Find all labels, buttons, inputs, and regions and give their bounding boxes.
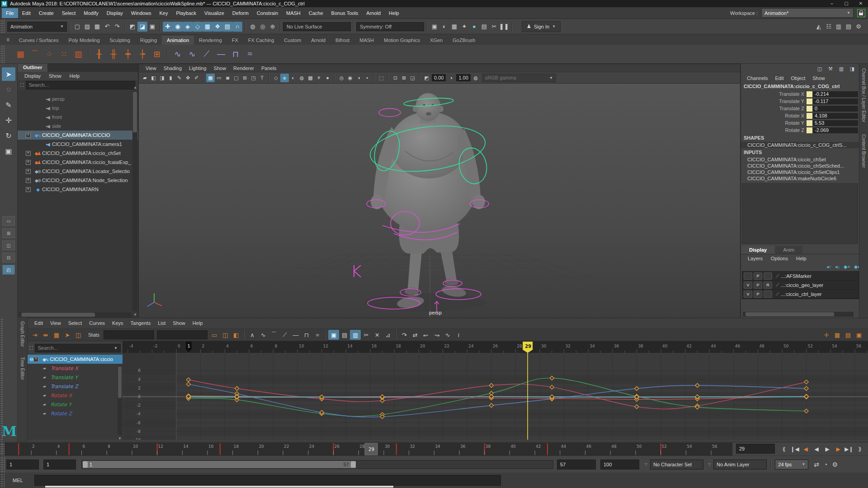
drag-grip[interactable] [0, 473, 5, 488]
xray-icon[interactable]: ⊡ [391, 74, 400, 82]
shelf-tab-curves-surfaces[interactable]: Curves / Surfaces [14, 36, 63, 45]
snap-curve-icon[interactable]: ◉ [173, 22, 183, 32]
layer-menu-options[interactable]: Options [768, 255, 791, 262]
filter-icon[interactable]: ⛶ [29, 345, 33, 351]
layer-reference-toggle[interactable] [764, 272, 772, 280]
symmetry-field[interactable]: Symmetry: Off [356, 22, 424, 31]
step-forward-key-button[interactable]: ▶ [833, 444, 844, 454]
layer-playback-toggle[interactable]: P [754, 291, 762, 298]
graph-tree-scrollbar[interactable] [118, 366, 122, 435]
menu-select[interactable]: Select [58, 8, 80, 18]
layout-two-pane-stacked[interactable]: ⊟ [2, 253, 15, 263]
post-infinity-icon[interactable]: ↝ [431, 330, 442, 340]
outliner-item-ciccio-camminatarn[interactable]: +◆CICCIO_CAMMINATARN [18, 185, 138, 194]
layer-row-ciccio-ctrl-layer[interactable]: VP⟋...:ciccio_ctrl_layer [742, 290, 859, 299]
move-layer-down-icon[interactable]: ◂↓ [835, 264, 840, 270]
selection-mask-dropdown[interactable]: Animation▼ [7, 22, 67, 32]
move-layer-up-icon[interactable]: ◂↑ [826, 264, 831, 270]
channel-box-toggle-icon[interactable]: ▥ [834, 22, 844, 32]
select-component-icon[interactable]: ▣ [147, 22, 157, 32]
collapse-icon[interactable]: ⊖ [29, 357, 33, 362]
shelf-tab-rigging[interactable]: Rigging [135, 36, 162, 45]
graph-menu-select[interactable]: Select [65, 320, 85, 326]
viewport-menu-renderer[interactable]: Renderer [230, 65, 257, 71]
graph-menu-show[interactable]: Show [170, 320, 189, 326]
layer-reference-toggle[interactable] [764, 291, 772, 298]
channel-row-translate-x[interactable]: Translate X-0.214 [741, 90, 868, 98]
expand-icon[interactable]: + [26, 160, 31, 165]
lock-camera-icon[interactable]: ◧ [149, 74, 158, 82]
ambient-occlusion-icon[interactable]: ☀ [315, 74, 323, 82]
graph-menu-list[interactable]: List [155, 320, 169, 326]
layer-row-afsmarker[interactable]: P⟋...:AFSMarker [742, 272, 859, 281]
textured-icon[interactable]: ◐ [289, 74, 297, 82]
pin-channel-icon[interactable]: ✛ [821, 330, 832, 340]
mel-input[interactable] [34, 475, 501, 486]
shelf-tab-mash[interactable]: MASH [354, 36, 379, 45]
snap-plane-icon[interactable]: ◇ [193, 22, 203, 32]
tab-display[interactable]: Display [741, 246, 775, 254]
use-all-lights-icon[interactable]: ◍ [297, 74, 306, 82]
curve-oscillate-icon[interactable]: ≀ [453, 330, 464, 340]
redo-icon[interactable]: ↷ [112, 22, 122, 32]
loop-playback-icon[interactable]: ⇄ [814, 461, 819, 468]
animation-start-field[interactable]: 1 [6, 460, 39, 469]
drag-grip[interactable] [0, 456, 5, 473]
outliner-item-ciccio-camminata-ciccio[interactable]: +◆∿CICCIO_CAMMINATA:CICCIO [18, 131, 138, 140]
curve-spline-icon[interactable]: ∿ [171, 47, 184, 61]
anti-alias-icon[interactable]: ◑ [354, 74, 363, 82]
layer-visible-toggle[interactable]: V [744, 291, 752, 298]
channel-box-menu-object[interactable]: Object [788, 75, 808, 81]
menu-visualize[interactable]: Visualize [200, 8, 228, 18]
shelf-tab-gozbrush[interactable]: GoZBrush [448, 36, 480, 45]
expand-icon[interactable]: + [26, 187, 31, 192]
close-graph-icon[interactable]: ▣ [854, 330, 864, 340]
new-layer-icon[interactable]: ◆+ [844, 264, 850, 270]
channel-row-rotate-x[interactable]: Rotate X4.108 [741, 112, 868, 119]
input-item[interactable]: CICCIO_CAMMINATA:makeNurbCircle6 [741, 175, 868, 182]
graph-channel-translate-x[interactable]: ▰Translate X [28, 364, 123, 373]
center-current-icon[interactable]: ◧ [231, 330, 241, 340]
menu-create[interactable]: Create [35, 8, 58, 18]
pre-infinity-icon[interactable]: ↜ [420, 330, 431, 340]
layer-reference-toggle[interactable]: R [764, 282, 772, 289]
safe-title-icon[interactable]: T [258, 74, 266, 82]
viewport-menu-lighting[interactable]: Lighting [186, 65, 210, 71]
play-forwards-button[interactable]: ▶ [822, 444, 833, 454]
rotate-tool[interactable]: ↻ [2, 129, 15, 142]
add-inbetween-icon[interactable]: ┿ [121, 47, 135, 61]
range-end-handle[interactable] [351, 461, 356, 468]
fps-dropdown[interactable]: 24 fps▼ [775, 460, 808, 469]
shelf-tab-fx-caching[interactable]: FX Caching [243, 36, 279, 45]
graph-channel-translate-y[interactable]: ▰Translate Y [28, 373, 123, 382]
bake-anim-icon[interactable]: ▥ [71, 47, 85, 61]
pin-panel-icon[interactable]: ◨ [848, 65, 856, 72]
menu-file[interactable]: File [2, 8, 18, 18]
grid-toggle-icon[interactable]: ▦ [832, 330, 843, 340]
graph-channel-rotate-x[interactable]: ▰Rotate X [28, 391, 123, 400]
step-forward-frame-button[interactable]: ▶❙ [844, 444, 854, 454]
outliner-horizontal-scrollbar[interactable] [19, 312, 132, 317]
expand-icon[interactable]: + [26, 178, 31, 183]
select-camera-icon[interactable]: ▰ [141, 74, 149, 82]
input-ops-icon[interactable]: ◍ [248, 22, 258, 32]
curve-clamped-icon[interactable]: ∿ [185, 47, 199, 61]
time-slider-ruler[interactable]: 2468101214161820222426283032343638404244… [5, 443, 732, 455]
scroll-down-icon[interactable]: ▼ [118, 436, 122, 440]
region-tool-icon[interactable]: ➤ [62, 330, 73, 340]
layout-single-pane[interactable]: ▭ [2, 216, 15, 226]
current-frame-field[interactable]: 29 [736, 444, 775, 454]
viewport-menu-panels[interactable]: Panels [258, 65, 280, 71]
contrast-field[interactable]: 1.00 [456, 74, 470, 81]
outliner-menu-display[interactable]: Display [21, 73, 44, 79]
stats-field-1[interactable] [104, 330, 154, 339]
curve-cycle-icon[interactable]: ∿ [442, 330, 453, 340]
bookmark-icon[interactable]: ▮ [166, 74, 175, 82]
shape-item[interactable]: CICCIO_CAMMINATA:ciccio_c_COG_ctrlS... [741, 142, 868, 148]
menu-mash[interactable]: MASH [282, 8, 305, 18]
graph-channel-rotate-y[interactable]: ▰Rotate Y [28, 400, 123, 409]
minimize-button[interactable]: – [825, 0, 839, 7]
playback-range[interactable]: 1 57 [83, 461, 356, 468]
paint-select-tool[interactable]: ✎ [2, 98, 15, 112]
layer-horizontal-scrollbar[interactable] [743, 312, 854, 317]
